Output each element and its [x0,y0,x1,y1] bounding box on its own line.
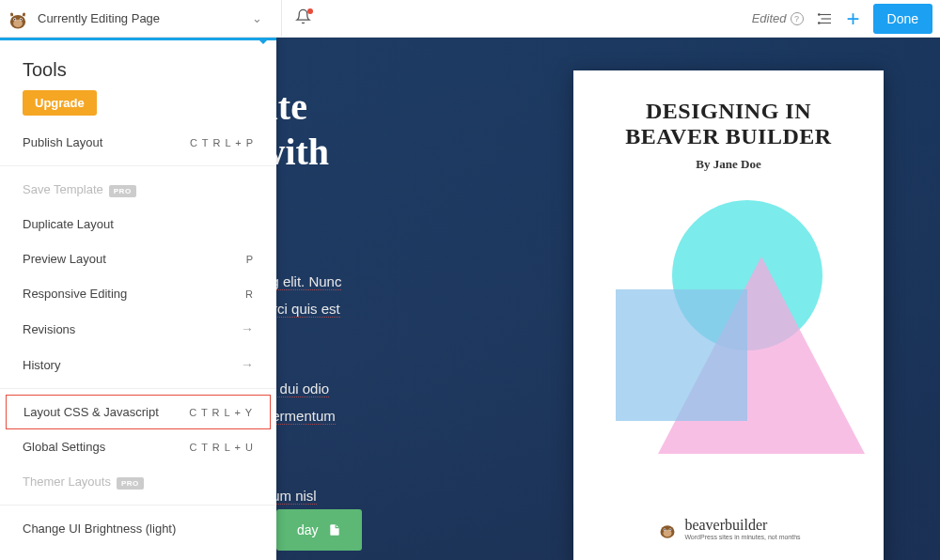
tools-item-change-ui-brightness-light-[interactable]: Change UI Brightness (light) [0,511,276,546]
tools-item-themer-layouts: Themer LayoutsPRO [0,464,276,499]
beaver-builder-logo: beaverbuilder WordPress sites in minutes… [656,517,800,540]
shortcut-label: P [246,254,254,265]
page-title: Currently Editing Page [38,11,160,25]
brand-name: beaverbuilder [684,517,800,534]
menu-item-label: History [23,358,60,372]
tools-item-wordpress-admin[interactable]: WordPress Admin→ [0,546,276,560]
tools-item-save-template: Save TemplatePRO [0,172,276,207]
menu-separator [0,388,276,389]
menu-separator [0,505,276,506]
svg-point-10 [818,22,820,23]
tools-item-history[interactable]: History→ [0,347,276,382]
tools-item-global-settings[interactable]: Global SettingsC T R L + U [0,429,276,464]
square-shape [616,289,747,421]
edited-status[interactable]: Edited ? [752,11,804,25]
book-title: DESIGNING IN BEAVER BUILDER [625,99,831,149]
outline-icon[interactable] [817,10,834,27]
menu-item-label: Publish Layout [23,135,102,149]
tools-header: Tools Upgrade [0,40,276,125]
topbar: Currently Editing Page ⌄ Edited ? + Done [0,0,940,38]
notifications-button[interactable] [295,8,311,28]
pro-badge: PRO [109,185,136,197]
arrow-right-icon: → [241,321,254,336]
beaver-icon [656,518,679,540]
shortcut-label: C T R L + U [189,442,254,453]
tools-item-preview-layout[interactable]: Preview LayoutP [0,241,276,276]
arrow-right-icon: → [241,357,254,372]
menu-item-label: WordPress Admin [23,557,120,561]
book-author: By Jane Doe [696,157,760,172]
shortcut-label: R [245,288,254,300]
chevron-down-icon: ⌄ [252,11,268,25]
book-card: DESIGNING IN BEAVER BUILDER By Jane Doe … [573,70,884,560]
tools-item-duplicate-layout[interactable]: Duplicate Layout [0,207,276,241]
menu-item-label: Responsive Editing [23,287,127,301]
tools-item-responsive-editing[interactable]: Responsive EditingR [0,276,276,311]
menu-item-label: Duplicate Layout [23,217,114,231]
help-icon: ? [791,12,804,25]
cta-button[interactable]: day [276,509,362,551]
done-button[interactable]: Done [873,4,932,34]
menu-item-label: Revisions [23,322,75,336]
beaver-logo-icon [6,7,30,31]
add-button[interactable]: + [847,8,860,30]
svg-point-9 [818,13,820,15]
tools-item-layout-css-javascript[interactable]: Layout CSS & JavascriptC T R L + Y [6,395,271,429]
arrow-right-icon: → [241,556,254,560]
topbar-left: Currently Editing Page ⌄ [0,0,311,38]
edited-label: Edited [752,11,787,25]
menu-item-label: Change UI Brightness (light) [23,521,176,536]
panel-arrow-icon [256,38,271,44]
document-icon [328,522,341,537]
tools-item-publish-layout[interactable]: Publish LayoutC T R L + P [0,125,276,160]
svg-point-4 [14,19,15,20]
shortcut-label: C T R L + P [190,137,254,148]
svg-point-5 [21,19,22,20]
page-title-dropdown[interactable]: Currently Editing Page ⌄ [38,11,268,25]
tools-panel: Tools Upgrade Publish LayoutC T R L + PS… [0,38,276,560]
tools-title: Tools [23,59,254,81]
menu-separator [0,165,276,166]
menu-item-label: Preview Layout [23,252,106,266]
book-shapes [606,200,851,463]
cta-label: day [297,522,319,537]
content-area: Tools Upgrade Publish LayoutC T R L + PS… [0,38,940,560]
pro-badge: PRO [117,477,144,490]
shortcut-label: C T R L + Y [189,407,253,418]
svg-point-16 [670,529,671,530]
topbar-right: Edited ? + Done [752,4,940,34]
menu-item-label: Themer LayoutsPRO [23,474,144,489]
svg-point-15 [665,529,666,530]
notification-dot [307,8,313,14]
menu-item-label: Layout CSS & Javascript [24,405,159,419]
upgrade-button[interactable]: Upgrade [23,90,97,116]
tools-menu: Publish LayoutC T R L + PSave TemplatePR… [0,125,276,560]
tools-item-revisions[interactable]: Revisions→ [0,311,276,347]
divider [281,0,282,38]
menu-item-label: Save TemplatePRO [23,182,136,196]
brand-tagline: WordPress sites in minutes, not months [684,534,800,540]
menu-item-label: Global Settings [23,440,105,454]
